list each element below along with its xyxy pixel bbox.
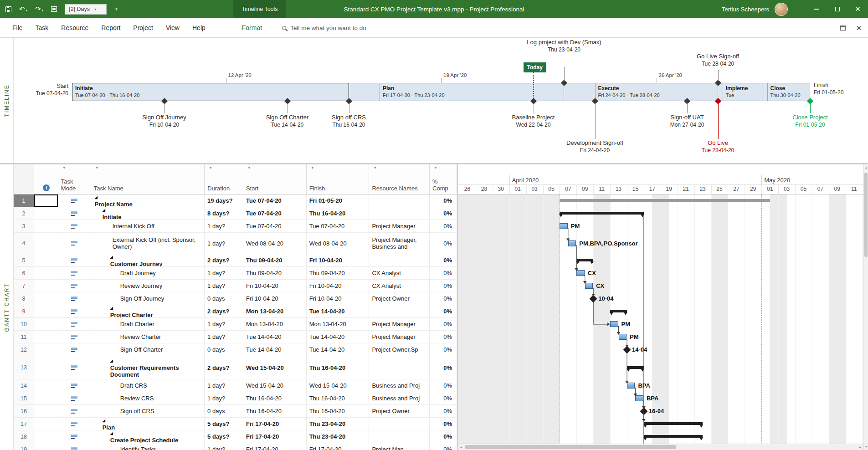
- task-name-cell[interactable]: ◢Create Project Schedule: [91, 430, 205, 443]
- task-name-cell[interactable]: ◢Customer Requirements Document: [91, 356, 205, 379]
- task-mode-cell[interactable]: [58, 356, 91, 379]
- gantt-view-label[interactable]: GANTT CHART: [0, 164, 14, 450]
- report-view-icon[interactable]: [51, 6, 57, 12]
- row-number-cell[interactable]: 1: [14, 194, 34, 207]
- tab-resource[interactable]: Resource: [55, 18, 95, 38]
- row-info-cell[interactable]: [34, 392, 58, 404]
- table-row[interactable]: 10Draft Charter1 day?Mon 13-04-20Mon 13-…: [14, 318, 457, 331]
- start-cell[interactable]: Fri 10-04-20: [243, 292, 307, 305]
- table-row[interactable]: 3Internal Kick Off1 day?Tue 07-04-20Tue …: [14, 220, 457, 233]
- row-number-cell[interactable]: 15: [14, 392, 34, 404]
- start-cell[interactable]: Thu 16-04-20: [243, 405, 307, 417]
- gantt-bar-task[interactable]: [576, 270, 584, 276]
- info-column-header[interactable]: i: [34, 164, 58, 194]
- duration-cell[interactable]: 1 day?: [205, 331, 243, 343]
- task-name-cell[interactable]: ◢Plan: [91, 418, 205, 430]
- table-row[interactable]: 12Sign Off Charter0 daysTue 14-04-20Tue …: [14, 343, 457, 356]
- resource-cell[interactable]: Project Owner: [369, 292, 430, 305]
- row-number-cell[interactable]: 11: [14, 331, 34, 343]
- finish-cell[interactable]: Tue 14-04-20: [307, 305, 370, 317]
- scroll-up-icon[interactable]: ▲: [864, 164, 868, 171]
- table-row[interactable]: 7Review Journey1 day?Fri 10-04-20Fri 10-…: [14, 280, 457, 292]
- tab-help[interactable]: Help: [186, 18, 212, 38]
- task-mode-cell[interactable]: [58, 305, 91, 317]
- duration-cell[interactable]: 5 days?: [205, 430, 243, 443]
- pct-complete-cell[interactable]: 0%: [430, 267, 457, 279]
- timeline-phase-initiate[interactable]: InitiateTue 07-04-20 - Thu 16-04-20: [72, 83, 349, 101]
- finish-cell[interactable]: Wed 15-04-20: [307, 379, 370, 392]
- gantt-milestone-diamond[interactable]: [640, 408, 647, 415]
- gantt-bar-task[interactable]: [627, 383, 635, 389]
- row-number-cell[interactable]: 2: [14, 207, 34, 220]
- task-mode-cell[interactable]: [58, 405, 91, 417]
- duration-cell[interactable]: 2 days?: [205, 254, 243, 266]
- resource-cell[interactable]: [369, 254, 430, 266]
- table-row[interactable]: 1◢Project Name19 days?Tue 07-04-20Fri 01…: [14, 194, 457, 207]
- start-cell[interactable]: Tue 07-04-20: [243, 207, 307, 220]
- pct-complete-cell[interactable]: 0%: [430, 292, 457, 305]
- row-number-cell[interactable]: 5: [14, 254, 34, 266]
- task-mode-cell[interactable]: [58, 379, 91, 392]
- duration-cell[interactable]: 1 day?: [205, 267, 243, 279]
- timeline-milestone-label[interactable]: Log project with Dev (Smax)Thu 23-04-20: [525, 39, 603, 53]
- minimize-button[interactable]: [806, 0, 827, 18]
- horizontal-scroll-thumb[interactable]: [465, 445, 676, 449]
- row-info-cell[interactable]: [34, 318, 58, 330]
- row-number-cell[interactable]: 10: [14, 318, 34, 330]
- start-cell[interactable]: Fri 17-04-20: [243, 418, 307, 430]
- table-row[interactable]: 14Draft CRS1 day?Wed 15-04-20Wed 15-04-2…: [14, 379, 457, 392]
- pct-complete-cell[interactable]: 0%: [430, 305, 457, 317]
- row-number-cell[interactable]: 9: [14, 305, 34, 317]
- expand-triangle-icon[interactable]: ◢: [110, 254, 202, 261]
- row-number-cell[interactable]: 17: [14, 418, 34, 430]
- duration-cell[interactable]: 19 days?: [205, 194, 243, 207]
- task-name-cell[interactable]: External Kick Off (incl. Sponsor, Owner): [91, 233, 205, 254]
- start-cell[interactable]: Tue 07-04-20: [243, 220, 307, 232]
- task-name-cell[interactable]: Draft CRS: [91, 379, 205, 392]
- pct-complete-cell[interactable]: 0%: [430, 343, 457, 356]
- row-info-cell[interactable]: [34, 280, 58, 292]
- row-number-cell[interactable]: 3: [14, 220, 34, 232]
- table-row[interactable]: 11Review Charter1 day?Tue 14-04-20Tue 14…: [14, 331, 457, 343]
- pct-complete-cell[interactable]: 0%: [430, 331, 457, 343]
- start-cell[interactable]: Fri 17-04-20: [243, 430, 307, 443]
- finish-cell[interactable]: Thu 23-04-20: [307, 418, 370, 430]
- row-info-cell[interactable]: [34, 379, 58, 392]
- start-cell[interactable]: Mon 13-04-20: [243, 318, 307, 330]
- tab-report[interactable]: Report: [95, 18, 127, 38]
- gantt-bar-summary[interactable]: [560, 212, 644, 215]
- timeline-milestone-label[interactable]: Go Live Sign-offTue 28-04-20: [679, 53, 757, 67]
- tab-project[interactable]: Project: [127, 18, 159, 38]
- column-header-start[interactable]: Start▾: [243, 164, 307, 194]
- table-row[interactable]: 8Sign Off Journey0 daysFri 10-04-20Fri 1…: [14, 292, 457, 305]
- resource-cell[interactable]: Business and Proj: [369, 379, 430, 392]
- finish-cell[interactable]: Thu 16-04-20: [307, 392, 370, 404]
- tab-format[interactable]: Format: [236, 18, 268, 38]
- finish-cell[interactable]: Thu 16-04-20: [307, 207, 370, 220]
- start-cell[interactable]: Wed 08-04-20: [243, 233, 307, 254]
- task-mode-cell[interactable]: [58, 392, 91, 404]
- duration-cell[interactable]: 2 days?: [205, 356, 243, 379]
- column-header-duration[interactable]: Duration▾: [205, 164, 243, 194]
- maximize-button[interactable]: [827, 0, 847, 18]
- table-row[interactable]: 6Draft Journey1 day?Thu 09-04-20Thu 09-0…: [14, 267, 457, 280]
- table-row[interactable]: 5◢Customer Journey2 days?Thu 09-04-20Fri…: [14, 254, 457, 267]
- pct-complete-cell[interactable]: 0%: [430, 418, 457, 430]
- finish-cell[interactable]: Mon 13-04-20: [307, 318, 370, 330]
- finish-cell[interactable]: Thu 23-04-20: [307, 430, 370, 443]
- row-info-cell[interactable]: [34, 443, 58, 450]
- save-icon[interactable]: [5, 6, 11, 12]
- finish-cell[interactable]: Wed 08-04-20: [307, 233, 370, 254]
- resource-cell[interactable]: Project Manager: [369, 220, 430, 232]
- row-info-cell[interactable]: [34, 430, 58, 443]
- gantt-bar-task[interactable]: [585, 283, 593, 289]
- filter-arrow-icon[interactable]: ▾: [94, 164, 100, 171]
- filter-arrow-icon[interactable]: ▾: [432, 164, 439, 171]
- row-info-cell[interactable]: [34, 331, 58, 343]
- duration-cell[interactable]: 5 days?: [205, 418, 243, 430]
- expand-triangle-icon[interactable]: ◢: [110, 358, 202, 364]
- finish-cell[interactable]: Thu 09-04-20: [307, 267, 370, 279]
- task-name-cell[interactable]: Review Journey: [91, 280, 205, 292]
- table-row[interactable]: 9◢Project Charter2 days?Mon 13-04-20Tue …: [14, 305, 457, 318]
- resource-cell[interactable]: [369, 207, 430, 220]
